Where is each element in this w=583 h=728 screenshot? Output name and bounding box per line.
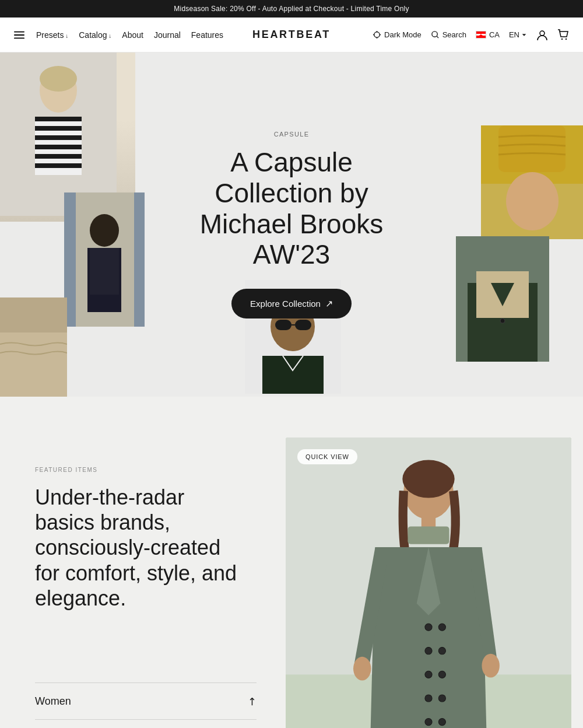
hero-title: A Capsule Collection by Michael Brooks A… [175, 147, 408, 271]
hero-photo-man-hat [481, 125, 583, 239]
hero-section: CAPSULE A Capsule Collection by Michael … [0, 52, 583, 397]
featured-top-text: FEATURED ITEMS Under-the-radar basics br… [35, 467, 257, 611]
quick-view-button[interactable]: QUICK VIEW [297, 449, 357, 464]
cart-button[interactable] [557, 29, 569, 41]
nav-links: Presets Catalog About Journal Features [36, 30, 223, 40]
svg-point-55 [353, 657, 371, 681]
country-code: CA [489, 30, 500, 39]
nav-item-catalog[interactable]: Catalog [79, 30, 111, 40]
explore-arrow-icon: ↗ [325, 298, 333, 309]
nav-link-catalog[interactable]: Catalog [79, 30, 111, 40]
svg-point-45 [425, 624, 432, 631]
svg-rect-17 [35, 163, 82, 168]
svg-rect-12 [35, 117, 82, 121]
site-logo[interactable]: HEARTBEAT [252, 29, 331, 41]
svg-rect-28 [498, 125, 566, 172]
svg-point-48 [425, 695, 432, 702]
section-gap [0, 397, 583, 432]
featured-right: QUICK VIEW [280, 432, 583, 728]
nav-item-presets[interactable]: Presets [36, 30, 68, 40]
account-button[interactable] [536, 29, 548, 41]
featured-section: FEATURED ITEMS Under-the-radar basics br… [0, 432, 583, 728]
svg-rect-36 [295, 320, 311, 330]
country-selector[interactable]: CA [476, 30, 500, 39]
svg-rect-16 [35, 154, 82, 159]
language-selector[interactable]: EN [509, 30, 527, 39]
hero-label: CAPSULE [175, 131, 408, 138]
dark-mode-toggle[interactable]: Dark Mode [373, 30, 422, 39]
svg-rect-35 [275, 320, 292, 330]
featured-title: Under-the-radar basics brands, conscious… [35, 485, 245, 611]
featured-label: FEATURED ITEMS [35, 467, 257, 473]
language-label: EN [509, 30, 519, 39]
svg-rect-13 [35, 126, 82, 131]
svg-rect-15 [35, 145, 82, 149]
svg-point-10 [40, 66, 77, 92]
announcement-text: Midseason Sale: 20% Off - Auto Applied a… [174, 5, 409, 13]
category-women-arrow-icon: ↗ [244, 694, 259, 709]
svg-point-51 [438, 648, 445, 654]
dark-mode-label: Dark Mode [384, 30, 422, 39]
svg-rect-1 [14, 34, 24, 36]
hero-content: CAPSULE A Capsule Collection by Michael … [175, 131, 408, 319]
svg-point-54 [438, 719, 445, 726]
svg-point-6 [561, 38, 563, 39]
nav-link-journal[interactable]: Journal [154, 30, 181, 40]
quick-view-label: QUICK VIEW [305, 453, 349, 460]
nav-link-presets[interactable]: Presets [36, 30, 68, 40]
search-label: Search [442, 30, 466, 39]
svg-point-46 [425, 648, 432, 654]
svg-rect-38 [262, 356, 324, 394]
nav-link-features[interactable]: Features [191, 30, 223, 40]
hero-photo-man-dark [64, 192, 145, 327]
category-women[interactable]: Women ↗ [35, 682, 257, 719]
nav-item-journal[interactable]: Journal [154, 30, 181, 40]
nav-item-about[interactable]: About [122, 30, 143, 40]
svg-point-50 [438, 624, 445, 631]
svg-point-7 [566, 38, 567, 39]
nav-right: Dark Mode Search CA EN [292, 29, 569, 41]
svg-rect-24 [0, 332, 67, 397]
hero-photo-knit-jacket [456, 236, 549, 362]
svg-point-53 [438, 695, 445, 702]
svg-point-49 [425, 719, 432, 726]
svg-rect-14 [35, 135, 82, 140]
svg-point-27 [506, 172, 559, 230]
svg-point-20 [90, 214, 119, 247]
svg-point-4 [432, 32, 437, 37]
nav-item-features[interactable]: Features [191, 30, 223, 40]
svg-point-47 [425, 671, 432, 678]
ca-flag-icon [476, 31, 486, 38]
explore-collection-button[interactable]: Explore Collection ↗ [231, 289, 352, 318]
nav-left: Presets Catalog About Journal Features [14, 30, 292, 40]
explore-collection-label: Explore Collection [250, 299, 321, 309]
featured-categories: Women ↗ Men ↗ Lifestyle ↗ [35, 648, 257, 728]
announcement-bar: Midseason Sale: 20% Off - Auto Applied a… [0, 0, 583, 18]
svg-point-3 [374, 32, 380, 37]
svg-rect-2 [14, 37, 24, 38]
svg-point-52 [438, 671, 445, 678]
svg-point-32 [500, 318, 505, 323]
category-men[interactable]: Men ↗ [35, 719, 257, 728]
hero-photo-neck [0, 298, 67, 397]
svg-point-5 [540, 31, 545, 36]
featured-left: FEATURED ITEMS Under-the-radar basics br… [0, 432, 280, 728]
product-image: QUICK VIEW [286, 438, 571, 728]
svg-rect-44 [408, 526, 449, 544]
product-coat-illustration [286, 438, 571, 728]
search-button[interactable]: Search [431, 30, 466, 39]
svg-point-42 [402, 460, 454, 498]
nav-link-about[interactable]: About [122, 30, 143, 40]
category-women-label: Women [35, 695, 71, 708]
svg-point-56 [482, 654, 499, 678]
svg-rect-0 [14, 31, 24, 32]
svg-rect-22 [90, 248, 119, 295]
hamburger-icon[interactable] [14, 30, 24, 40]
navigation: Presets Catalog About Journal Features H… [0, 18, 583, 52]
